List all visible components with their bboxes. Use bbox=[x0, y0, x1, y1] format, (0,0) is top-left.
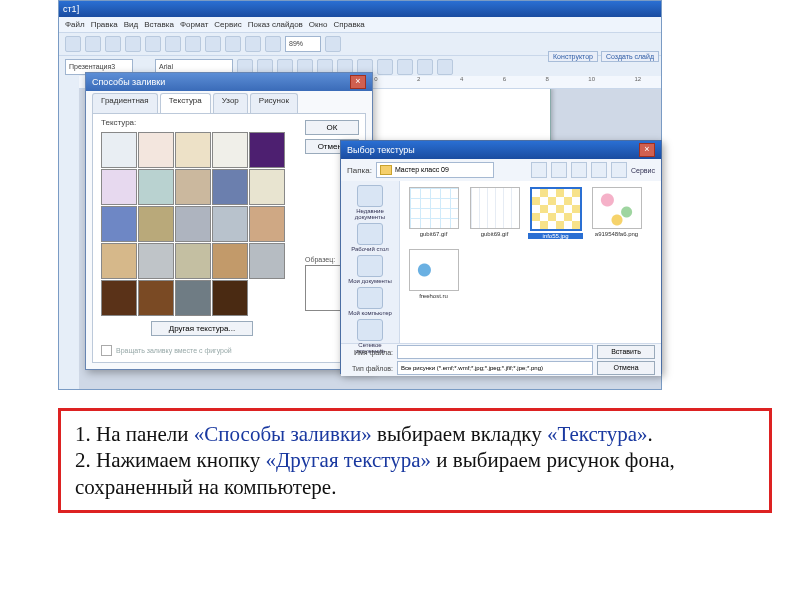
menu-view[interactable]: Вид bbox=[124, 17, 138, 32]
filetype-field[interactable]: Все рисунки (*.emf;*.wmf;*.jpg;*.jpeg;*.… bbox=[397, 361, 593, 375]
texture-swatch[interactable] bbox=[249, 206, 285, 242]
texture-swatch[interactable] bbox=[212, 169, 248, 205]
new-slide-button[interactable]: Создать слайд bbox=[601, 51, 659, 62]
texture-swatch[interactable] bbox=[212, 243, 248, 279]
insert-button[interactable]: Вставить bbox=[597, 345, 655, 359]
fill-tabs: Градиентная Текстура Узор Рисунок bbox=[86, 91, 372, 113]
bullets-icon[interactable] bbox=[377, 59, 393, 75]
texture-swatch[interactable] bbox=[101, 243, 137, 279]
menubar[interactable]: Файл Правка Вид Вставка Формат Сервис По… bbox=[59, 17, 661, 33]
file-item[interactable]: a919548fa6.png bbox=[589, 187, 644, 245]
mydocs-icon bbox=[357, 255, 383, 277]
new-folder-icon[interactable] bbox=[591, 162, 607, 178]
tab-gradient[interactable]: Градиентная bbox=[92, 93, 158, 113]
filename-field[interactable] bbox=[397, 345, 593, 359]
file-thumbnail bbox=[409, 249, 459, 291]
file-list[interactable]: gubit67.gifgubit69.gifinfo55.jpga919548f… bbox=[400, 181, 661, 343]
chart-icon[interactable] bbox=[265, 36, 281, 52]
ok-button[interactable]: ОК bbox=[305, 120, 359, 135]
place-desktop[interactable]: Рабочий стол bbox=[345, 223, 395, 252]
texture-swatch[interactable] bbox=[249, 243, 285, 279]
menu-insert[interactable]: Вставка bbox=[144, 17, 174, 32]
rotate-with-shape: Вращать заливку вместе с фигурой bbox=[101, 345, 232, 356]
menu-help[interactable]: Справка bbox=[333, 17, 364, 32]
texture-swatch[interactable] bbox=[175, 132, 211, 168]
font-color-icon[interactable] bbox=[437, 59, 453, 75]
texture-swatch[interactable] bbox=[138, 132, 174, 168]
place-mydocs[interactable]: Мои документы bbox=[345, 255, 395, 284]
file-item[interactable]: freehost.ru bbox=[406, 249, 461, 307]
menu-tools[interactable]: Сервис bbox=[214, 17, 241, 32]
menu-file[interactable]: Файл bbox=[65, 17, 85, 32]
menu-window[interactable]: Окно bbox=[309, 17, 328, 32]
copy-icon[interactable] bbox=[165, 36, 181, 52]
open-cancel-button[interactable]: Отмена bbox=[597, 361, 655, 375]
texture-swatch[interactable] bbox=[175, 243, 211, 279]
cut-icon[interactable] bbox=[145, 36, 161, 52]
open-toolbar: Папка: Мастер класс 09 Сервис bbox=[341, 159, 661, 181]
undo-icon[interactable] bbox=[205, 36, 221, 52]
open-icon[interactable] bbox=[85, 36, 101, 52]
open-footer: Имя файла: Вставить Тип файлов: Все рису… bbox=[341, 343, 661, 376]
design-button[interactable]: Конструктор bbox=[548, 51, 598, 62]
paste-icon[interactable] bbox=[185, 36, 201, 52]
recent-icon bbox=[357, 185, 383, 207]
file-item[interactable]: gubit69.gif bbox=[467, 187, 522, 245]
texture-swatch[interactable] bbox=[212, 206, 248, 242]
texture-swatch[interactable] bbox=[138, 206, 174, 242]
texture-swatch[interactable] bbox=[101, 280, 137, 316]
delete-icon[interactable] bbox=[571, 162, 587, 178]
texture-swatch[interactable] bbox=[249, 169, 285, 205]
tab-pattern[interactable]: Узор bbox=[213, 93, 248, 113]
zoom-field[interactable]: 89% bbox=[285, 36, 321, 52]
close-icon[interactable]: × bbox=[350, 75, 366, 89]
rotate-checkbox[interactable] bbox=[101, 345, 112, 356]
font-shrink-icon[interactable] bbox=[417, 59, 433, 75]
look-in-field[interactable]: Мастер класс 09 bbox=[376, 162, 494, 178]
other-texture-button[interactable]: Другая текстура... bbox=[151, 321, 253, 336]
new-icon[interactable] bbox=[65, 36, 81, 52]
texture-swatch[interactable] bbox=[212, 280, 248, 316]
rotate-label: Вращать заливку вместе с фигурой bbox=[116, 347, 232, 354]
place-recent[interactable]: Недавние документы bbox=[345, 185, 395, 220]
texture-swatch[interactable] bbox=[175, 206, 211, 242]
menu-edit[interactable]: Правка bbox=[91, 17, 118, 32]
back-icon[interactable] bbox=[531, 162, 547, 178]
texture-swatch[interactable] bbox=[138, 169, 174, 205]
up-icon[interactable] bbox=[551, 162, 567, 178]
texture-swatch[interactable] bbox=[212, 132, 248, 168]
font-grow-icon[interactable] bbox=[397, 59, 413, 75]
texture-swatch[interactable] bbox=[101, 169, 137, 205]
help-icon[interactable] bbox=[325, 36, 341, 52]
fill-dialog-title: Способы заливки bbox=[92, 73, 165, 91]
table-icon[interactable] bbox=[245, 36, 261, 52]
titlebar-text: ст1] bbox=[63, 4, 79, 14]
texture-swatch[interactable] bbox=[138, 243, 174, 279]
file-open-dialog: Выбор текстуры × Папка: Мастер класс 09 … bbox=[340, 140, 662, 374]
save-icon[interactable] bbox=[105, 36, 121, 52]
print-icon[interactable] bbox=[125, 36, 141, 52]
file-thumbnail bbox=[592, 187, 642, 229]
place-mycomp[interactable]: Мой компьютер bbox=[345, 287, 395, 316]
texture-swatch[interactable] bbox=[175, 169, 211, 205]
fill-dialog-titlebar: Способы заливки × bbox=[86, 73, 372, 91]
texture-swatch[interactable] bbox=[138, 280, 174, 316]
views-icon[interactable] bbox=[611, 162, 627, 178]
folder-name: Мастер класс 09 bbox=[395, 163, 449, 177]
texture-swatch[interactable] bbox=[249, 132, 285, 168]
file-name: gubit69.gif bbox=[467, 231, 522, 237]
file-item[interactable]: gubit67.gif bbox=[406, 187, 461, 245]
menu-slideshow[interactable]: Показ слайдов bbox=[248, 17, 303, 32]
texture-swatch[interactable] bbox=[101, 132, 137, 168]
texture-swatch[interactable] bbox=[101, 206, 137, 242]
texture-grid bbox=[101, 132, 283, 314]
tab-picture[interactable]: Рисунок bbox=[250, 93, 298, 113]
tab-texture[interactable]: Текстура bbox=[160, 93, 211, 113]
file-name: freehost.ru bbox=[406, 293, 461, 299]
menu-format[interactable]: Формат bbox=[180, 17, 208, 32]
close-icon[interactable]: × bbox=[639, 143, 655, 157]
redo-icon[interactable] bbox=[225, 36, 241, 52]
file-item[interactable]: info55.jpg bbox=[528, 187, 583, 245]
tools-menu[interactable]: Сервис bbox=[631, 167, 655, 174]
texture-swatch[interactable] bbox=[175, 280, 211, 316]
